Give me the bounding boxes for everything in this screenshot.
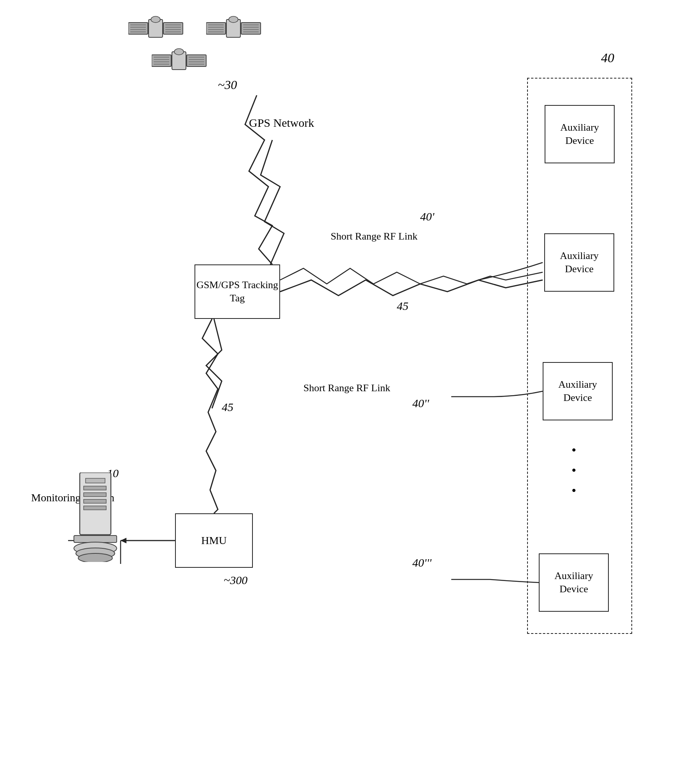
aux-device-4: Auxiliary Device	[539, 553, 609, 612]
svg-point-17	[151, 16, 160, 23]
svg-rect-50	[84, 493, 106, 497]
label-40-main: 40	[601, 51, 614, 65]
label-30: ~30	[218, 78, 237, 92]
label-300: ~300	[224, 574, 247, 587]
label-40-triple: 40'''	[412, 556, 431, 569]
svg-rect-42	[187, 55, 206, 66]
satellite-row-top	[128, 16, 268, 43]
svg-rect-48	[86, 478, 105, 483]
label-40-prime: 40'	[420, 210, 434, 223]
svg-rect-30	[241, 23, 261, 34]
satellite-2	[206, 16, 268, 43]
svg-point-56	[78, 553, 112, 562]
svg-rect-11	[128, 23, 148, 34]
svg-rect-23	[206, 23, 226, 34]
satellite-row-bottom	[152, 48, 214, 75]
svg-rect-53	[74, 536, 117, 542]
satellites-group	[128, 16, 268, 75]
svg-rect-52	[84, 506, 106, 510]
svg-point-41	[174, 49, 184, 55]
aux-device-3: Auxiliary Device	[543, 362, 613, 420]
svg-rect-49	[84, 486, 106, 490]
tracking-tag-box: GSM/GPS Tracking Tag	[195, 264, 280, 319]
rf-link-label-2: Short Range RF Link	[303, 381, 390, 395]
svg-rect-51	[84, 499, 106, 503]
satellite-3	[152, 48, 214, 75]
svg-point-29	[229, 16, 238, 23]
hmu-box: HMU	[175, 513, 253, 568]
monitoring-station-computer	[68, 472, 123, 558]
label-45-2: 45	[222, 401, 233, 414]
label-45-1: 45	[397, 299, 408, 313]
dots-area: • • •	[572, 443, 576, 497]
satellite-1	[128, 16, 191, 43]
aux-device-1: Auxiliary Device	[545, 105, 615, 163]
gps-network-label: GPS Network	[249, 115, 314, 131]
aux-device-2: Auxiliary Device	[544, 233, 614, 292]
svg-rect-18	[163, 23, 183, 34]
rf-link-label-1: Short Range RF Link	[331, 229, 417, 243]
diagram: ~30 GPS Network 40 Auxiliary Device Auxi…	[0, 0, 694, 784]
label-40-double: 40''	[412, 397, 429, 410]
svg-rect-35	[152, 55, 171, 66]
